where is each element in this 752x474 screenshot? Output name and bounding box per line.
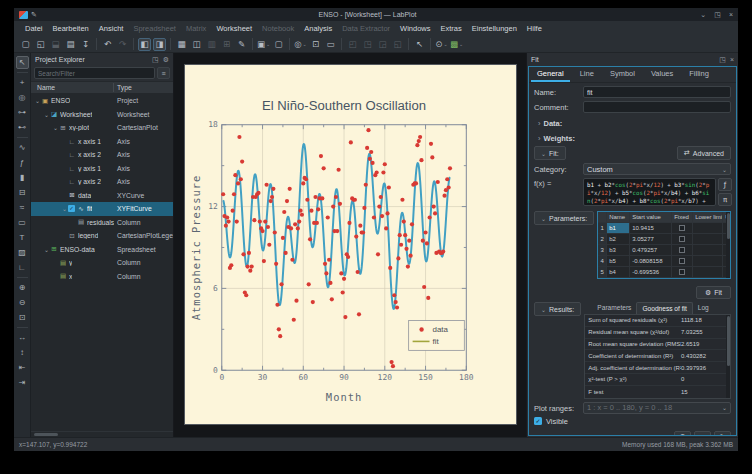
- expander-icon[interactable]: ⌄: [52, 124, 59, 131]
- menu-data-extractor[interactable]: Data Extractor: [337, 22, 395, 35]
- menu-extras[interactable]: Extras: [436, 22, 467, 35]
- duplicate-icon[interactable]: ▢: [272, 38, 285, 51]
- fixed-checkbox[interactable]: [679, 225, 685, 231]
- select-mode-icon[interactable]: ↖: [413, 38, 426, 51]
- tab-filling[interactable]: Filling: [681, 67, 717, 82]
- fit-width-icon[interactable]: ▭: [324, 38, 337, 51]
- add-plot-mode-icon[interactable]: ▩⌄: [450, 38, 463, 51]
- formula-editor[interactable]: b1 + b2*cos(2*pi*x/12) + b3*sin(2*pi*x/1…: [583, 178, 716, 206]
- expander-icon[interactable]: ⌄: [34, 97, 41, 104]
- param-name-cell[interactable]: b1: [607, 223, 630, 234]
- param-name-cell[interactable]: b5: [607, 256, 630, 267]
- plot-svg[interactable]: 0306090120150180061218El Niño-Southern O…: [185, 65, 516, 424]
- save-results-icon[interactable]: ▦: [694, 431, 711, 436]
- tree-item-y[interactable]: ▤yColumn: [31, 256, 173, 270]
- weights-section-toggle[interactable]: ›Weights:: [538, 134, 731, 143]
- expander-icon[interactable]: ⌄: [61, 205, 68, 212]
- column-header-name[interactable]: Name: [31, 84, 55, 91]
- fixed-checkbox[interactable]: [679, 247, 685, 253]
- menu-bearbeiten[interactable]: Bearbeiten: [48, 22, 94, 35]
- param-lower-cell[interactable]: [693, 234, 723, 245]
- param-start-cell[interactable]: -0.0808158: [630, 256, 672, 267]
- zoom-icon[interactable]: ◎⌄: [294, 38, 307, 51]
- tab-line[interactable]: Line: [572, 67, 602, 82]
- new-note-icon[interactable]: ✎: [235, 38, 248, 51]
- tree-item-x-axis-1[interactable]: ∟x axis 1Axis: [31, 135, 173, 149]
- new-workbook-icon[interactable]: ◧: [138, 38, 151, 51]
- param-fixed-cell[interactable]: [672, 234, 693, 245]
- tree-item-data[interactable]: ⊠dataXYCurve: [31, 189, 173, 203]
- param-fixed-cell[interactable]: [672, 256, 693, 267]
- add-legend-icon[interactable]: ▭: [16, 216, 29, 229]
- tree-item-legend[interactable]: ⊡legendCartesianPlotLegen: [31, 229, 173, 243]
- tree-item-y-axis-1[interactable]: ∟y axis 1Axis: [31, 162, 173, 176]
- x-axis-label[interactable]: Month: [326, 391, 362, 403]
- tree-item-x-axis-2[interactable]: ∟x axis 2Axis: [31, 148, 173, 162]
- results-scrollbar[interactable]: [726, 315, 730, 398]
- new-worksheet-icon[interactable]: ◫: [190, 38, 203, 51]
- add-axis-icon[interactable]: ∟: [16, 261, 29, 274]
- maximize-icon[interactable]: ◳: [714, 11, 721, 18]
- fit-page-icon[interactable]: ⊡: [309, 38, 322, 51]
- search-input[interactable]: [34, 67, 155, 79]
- tree-item-residuals[interactable]: ▤residualsColumn: [31, 216, 173, 230]
- param-start-cell[interactable]: 3.05277: [630, 234, 672, 245]
- dock-settings-icon[interactable]: ⚙: [163, 56, 169, 64]
- new-spreadsheet-icon[interactable]: ◨: [153, 38, 166, 51]
- insert-function-icon[interactable]: ƒ: [718, 178, 732, 191]
- param-lower-cell[interactable]: [693, 223, 723, 234]
- tree-item-enso[interactable]: ⌄▣ENSOProject: [31, 94, 173, 108]
- export-results-icon[interactable]: ↧: [674, 431, 691, 436]
- dock-float-icon[interactable]: ◳: [152, 56, 159, 64]
- menu-matrix[interactable]: Matrix: [181, 22, 211, 35]
- param-lower-cell[interactable]: [693, 245, 723, 256]
- shift-right-x-icon[interactable]: ⇥: [16, 376, 29, 389]
- menu-datei[interactable]: Datei: [20, 22, 48, 35]
- zoom-x-select-icon[interactable]: ⊶: [16, 106, 29, 119]
- auto-scale-x-icon[interactable]: ↔: [16, 331, 29, 344]
- add-image-icon[interactable]: ▨: [16, 246, 29, 259]
- parameters-scrollbar[interactable]: [726, 212, 730, 278]
- edit-results-icon[interactable]: ✎: [714, 431, 731, 436]
- results-tab-parameters[interactable]: Parameters: [592, 302, 636, 314]
- menu-spreadsheet[interactable]: Spreadsheet: [128, 22, 181, 35]
- fit-dock-close-icon[interactable]: ×: [730, 56, 734, 63]
- fit-dock-float-icon[interactable]: ◳: [719, 56, 726, 64]
- explorer-hscrollbar[interactable]: [31, 431, 173, 437]
- param-name-cell[interactable]: b4: [607, 267, 630, 278]
- fit-section-toggle[interactable]: ⌄Fit:: [534, 146, 566, 160]
- new-plot-icon[interactable]: ▣⌄: [257, 38, 270, 51]
- tree-item-worksheet[interactable]: ⌄◪WorksheetWorksheet: [31, 108, 173, 122]
- parameters-section-toggle[interactable]: ⌄Parameters:: [534, 211, 594, 225]
- menu-hilfe[interactable]: Hilfe: [522, 22, 547, 35]
- zoom-select-icon[interactable]: ◎: [16, 91, 29, 104]
- auto-scale-icon[interactable]: ⊡: [16, 311, 29, 324]
- param-start-cell[interactable]: 0.479257: [630, 245, 672, 256]
- add-fit-curve-icon[interactable]: ≈: [16, 201, 29, 214]
- tree-item-y-axis-2[interactable]: ∟y axis 2Axis: [31, 175, 173, 189]
- add-text-label-icon[interactable]: T: [16, 231, 29, 244]
- plot-legend[interactable]: datafit: [409, 321, 465, 351]
- undo-icon[interactable]: ↶: [101, 38, 114, 51]
- tree-item-enso-data[interactable]: ⌄⊞ENSO-dataSpreadsheet: [31, 243, 173, 257]
- export-icon[interactable]: ↧: [79, 38, 92, 51]
- param-lower-cell[interactable]: [693, 267, 723, 278]
- results-tab-log[interactable]: Log: [693, 302, 714, 314]
- category-select[interactable]: Custom ⌄: [583, 163, 731, 175]
- run-fit-button[interactable]: ⚙Fit: [696, 286, 731, 299]
- add-xy-curve-icon[interactable]: ∿: [16, 141, 29, 154]
- menu-ansicht[interactable]: Ansicht: [94, 22, 129, 35]
- tree-item-xy-plot[interactable]: ⌄⊞xy-plotCartesianPlot: [31, 121, 173, 135]
- menu-notebook[interactable]: Notebook: [257, 22, 299, 35]
- fixed-checkbox[interactable]: [679, 269, 685, 275]
- titlebar[interactable]: ✎ ENSO - [Worksheet] — LabPlot ⌄ ◳ ×: [14, 8, 738, 21]
- tab-values[interactable]: Values: [643, 67, 681, 82]
- menu-worksheet[interactable]: Worksheet: [211, 22, 257, 35]
- add-equation-curve-icon[interactable]: ƒ: [16, 156, 29, 169]
- tree-item-fit[interactable]: ⌄✓∿fitXYFitCurve: [31, 202, 173, 216]
- y-axis-label[interactable]: Atmospheric Pressure: [190, 175, 202, 320]
- comment-input[interactable]: [583, 101, 731, 113]
- print-icon[interactable]: ▤: [64, 38, 77, 51]
- zoom-y-select-icon[interactable]: ⊷: [16, 121, 29, 134]
- add-boxplot-icon[interactable]: ⊟: [16, 186, 29, 199]
